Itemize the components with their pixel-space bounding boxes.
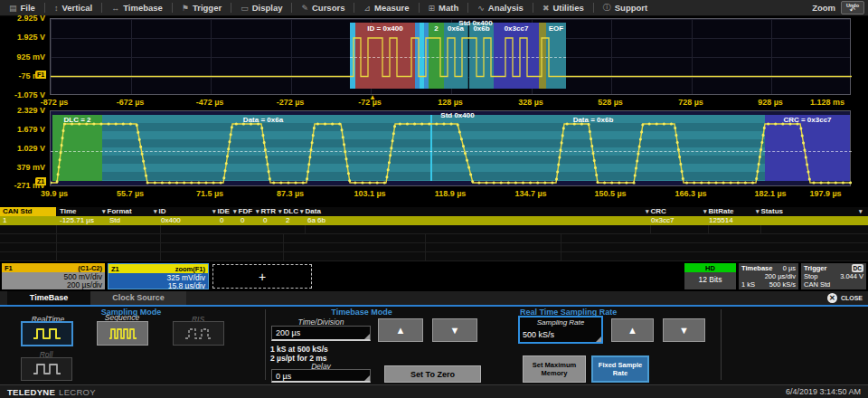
col-data[interactable]: ▾Data: [300, 207, 321, 216]
analysis-icon: ∿: [477, 4, 485, 13]
menu-vertical[interactable]: ↕Vertical: [45, 0, 101, 16]
col-fdf-label: FDF: [239, 207, 253, 215]
realtime-button[interactable]: [21, 321, 73, 346]
menu-cursors[interactable]: ✎Cursors: [292, 0, 354, 16]
cell-dlc: 2: [286, 216, 289, 225]
set-to-zero-label: Set To Zero: [410, 370, 455, 379]
cell-rtr: 0: [263, 216, 267, 225]
menu-support-label: Support: [615, 3, 647, 13]
oscilloscope-app: ▤File ↕Vertical ↔Timebase ⚑Trigger ▭Disp…: [0, 0, 868, 398]
sampling-rate-value: 500 kS/s: [520, 327, 601, 339]
col-status-label: Status: [761, 207, 783, 215]
z1-channel-tag[interactable]: Z1: [35, 177, 46, 185]
col-more[interactable]: ▾: [859, 207, 864, 216]
menu-trigger[interactable]: ⚑Trigger: [173, 0, 231, 16]
menu-measure[interactable]: ⊿Measure: [354, 0, 418, 16]
col-bitrate-label: BitRate: [709, 207, 734, 215]
f1-descriptor[interactable]: F1 (C1-C2) 500 mV/div 200 µs/div: [2, 263, 105, 289]
grid2-xtick: 166.3 µs: [659, 189, 722, 198]
timebase-icon: ↔: [111, 4, 119, 13]
col-fdf[interactable]: ▾FDF: [233, 207, 252, 216]
trigger-mode: Stop: [804, 272, 817, 280]
support-icon: ⓘ: [603, 2, 611, 14]
decode-table-row-1[interactable]: 1 -125.71 µs Std 0x400 0 0 0 2 6a 6b 0x3…: [0, 216, 868, 225]
col-time[interactable]: Time: [60, 207, 77, 216]
tab-clock-source[interactable]: Clock Source: [90, 291, 186, 305]
col-rtr[interactable]: ▾RTR: [256, 207, 276, 216]
menu-display[interactable]: ▭Display: [231, 0, 291, 16]
grid1-xtick: 128 µs: [419, 98, 482, 107]
timebase-descriptor[interactable]: Timebase0 µs 200 µs/div 1 kS500 kS/s: [739, 263, 798, 289]
table-corner-cell[interactable]: CAN Std: [0, 207, 56, 216]
col-format[interactable]: ▾Format: [102, 207, 132, 216]
ris-button[interactable]: [173, 321, 224, 346]
grid2-ytick: 1.679 V: [0, 125, 45, 134]
cell-data: 6a 6b: [307, 216, 326, 225]
col-ide[interactable]: ▾IDE: [212, 207, 230, 216]
time-division-field[interactable]: 200 µs: [271, 326, 371, 341]
sort-icon: ▾: [102, 208, 106, 214]
hd-descriptor[interactable]: HD 12 Bits: [684, 263, 736, 289]
zoom-label[interactable]: Zoom: [812, 3, 835, 13]
tab-timebase[interactable]: TimeBase: [7, 291, 90, 305]
trigger-descriptor-title: Trigger: [804, 264, 826, 272]
cell-time: -125.71 µs: [60, 216, 94, 225]
roll-button[interactable]: [21, 357, 72, 381]
grid2-xtick: 197.9 µs: [794, 189, 857, 198]
empty-grid-row: [0, 243, 868, 252]
add-trace-button[interactable]: +: [212, 264, 312, 289]
close-button[interactable]: ✕ CLOSE: [827, 293, 863, 303]
rate-increase-button[interactable]: ▲: [611, 318, 654, 342]
grid1-ytick: 925 mV: [0, 52, 45, 62]
z1-descriptor[interactable]: Z1 zoom(F1) 325 mV/div 15.8 µs/div: [108, 263, 209, 289]
cell-ide: 0: [220, 216, 223, 225]
col-rtr-label: RTR: [261, 207, 276, 215]
timebase-rate: 500 kS/s: [769, 280, 796, 289]
undo-button[interactable]: Undo ↶: [841, 1, 864, 14]
menu-display-label: Display: [252, 3, 283, 13]
grid1-xtick: 728 µs: [659, 98, 722, 107]
col-id[interactable]: ▾ID: [154, 207, 166, 216]
timebase-offset: 0 µs: [783, 264, 796, 272]
grid2-xtick: 87.3 µs: [259, 189, 322, 198]
tdiv-decrease-button[interactable]: ▼: [432, 318, 477, 342]
close-icon: ✕: [827, 293, 837, 303]
col-ide-label: IDE: [218, 207, 230, 215]
f1-descriptor-name: F1: [5, 264, 13, 272]
set-to-zero-button[interactable]: Set To Zero: [384, 365, 481, 383]
grid2-xtick: 118.9 µs: [419, 189, 482, 198]
col-crc[interactable]: ▾CRC: [646, 207, 666, 216]
col-time-label: Time: [60, 207, 77, 215]
down-arrow-icon: ▼: [679, 325, 689, 336]
menu-math[interactable]: ⊞Math: [420, 0, 468, 16]
menu-analysis[interactable]: ∿Analysis: [468, 0, 533, 16]
utilities-icon: ✖: [542, 4, 550, 13]
delay-field[interactable]: 0 µs: [271, 369, 371, 383]
trigger-descriptor[interactable]: TriggerDC Stop3.044 V CAN Std: [801, 263, 866, 289]
menu-support[interactable]: ⓘSupport: [594, 0, 656, 16]
undo-arrow-icon: ↶: [850, 8, 856, 13]
set-maximum-memory-button[interactable]: Set Maximum Memory: [523, 355, 586, 383]
trigger-level: 3.044 V: [840, 272, 863, 280]
grid2-xtick: 150.5 µs: [579, 189, 642, 198]
grid2-plot[interactable]: DLC = 2 Data = 0x6a Std 0x400 Data = 0x6…: [50, 110, 851, 186]
close-label: CLOSE: [841, 295, 863, 301]
menu-utilities[interactable]: ✖Utilities: [533, 0, 593, 16]
fixed-sample-rate-button[interactable]: Fixed Sample Rate: [591, 355, 649, 383]
cell-crc: 0x3cc7: [651, 216, 674, 225]
sequence-button[interactable]: [97, 321, 148, 346]
grid1-xtick: 928 µs: [739, 98, 802, 107]
menu-timebase[interactable]: ↔Timebase: [102, 0, 172, 16]
rate-decrease-button[interactable]: ▼: [663, 318, 705, 342]
file-icon: ▤: [9, 4, 17, 13]
f1-channel-tag[interactable]: F1: [35, 71, 46, 79]
field-corner-fold: [364, 375, 370, 381]
col-bitrate[interactable]: ▾BitRate: [703, 207, 734, 216]
tdiv-increase-button[interactable]: ▲: [378, 318, 423, 342]
col-status[interactable]: ▾Status: [756, 207, 783, 216]
f1-tdiv: 200 µs/div: [5, 281, 102, 289]
col-dlc[interactable]: ▾DLC: [278, 207, 298, 216]
grid1-plot[interactable]: ID = 0x400 2 0x6a 0x6b 0x3cc7 EOF Std 0x…: [50, 18, 851, 95]
display-icon: ▭: [241, 4, 249, 13]
sampling-rate-field[interactable]: Sampling Rate 500 kS/s: [518, 316, 603, 344]
